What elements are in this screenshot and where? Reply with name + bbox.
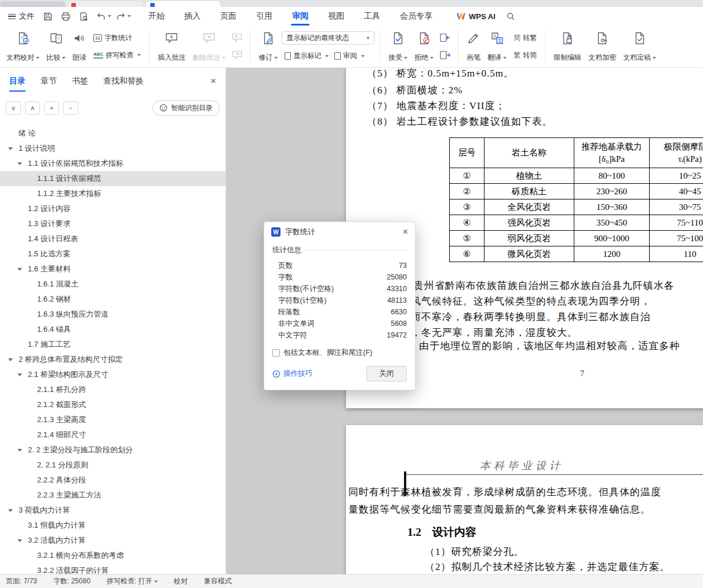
toc-item[interactable]: 2. 2.1 分段原则 xyxy=(0,458,225,473)
toc-item[interactable]: 1.5 比选方案 xyxy=(0,246,225,262)
tab-tools[interactable]: 工具 xyxy=(364,11,380,21)
toc-item[interactable]: 1.3 设计要求 xyxy=(0,216,225,231)
sidebar-tab-chapters[interactable]: 章节 xyxy=(41,76,57,86)
checkbox-icon[interactable] xyxy=(272,349,280,357)
toc-item[interactable]: 1.4 设计日程表 xyxy=(0,231,225,246)
sidebar-tab-contents[interactable]: 目录 xyxy=(9,76,26,86)
sidebar-close-icon[interactable]: × xyxy=(210,75,216,87)
track-changes-button[interactable]: 修订 xyxy=(256,28,281,65)
search-button[interactable] xyxy=(506,12,515,21)
toc-item[interactable]: 3.2 活载内力计算 xyxy=(0,533,225,548)
tab-view[interactable]: 视图 xyxy=(328,11,344,21)
document-page-8[interactable]: 本科毕业设计 同时有利于森林植被发育，形成绿树成荫的生态环境。但具体的温度 量数… xyxy=(346,425,703,574)
toc-item[interactable]: 2.2.3 主梁施工方法 xyxy=(0,488,225,503)
expand-arrow-icon[interactable] xyxy=(17,162,22,165)
toc-item[interactable]: 2.1.3 主梁高度 xyxy=(0,412,225,427)
tab-reference[interactable]: 引用 xyxy=(256,11,272,21)
expand-arrow-icon[interactable] xyxy=(8,509,13,512)
markup-state-dropdown[interactable]: 显示标记的最终状态 xyxy=(282,31,374,45)
toc-item[interactable]: 2.1.1 桥孔分跨 xyxy=(0,382,225,397)
doc-check-button[interactable]: 文档校对 xyxy=(3,28,42,65)
undo-button[interactable] xyxy=(96,12,111,21)
dialog-close-icon[interactable]: × xyxy=(403,227,408,237)
toc-item[interactable]: 1.6.4 锚具 xyxy=(0,322,225,337)
status-word-count[interactable]: 字数: 25080 xyxy=(53,576,90,586)
zoom-out-button[interactable]: − xyxy=(63,101,78,115)
tab-home[interactable]: 开始 xyxy=(148,11,165,21)
include-textbox-checkbox-row[interactable]: 包括文本框、脚注和尾注(F) xyxy=(272,348,407,358)
close-dialog-button[interactable]: 关闭 xyxy=(366,366,407,382)
toc-item[interactable]: 1.1 设计依据规范和技术指标 xyxy=(0,156,225,171)
expand-arrow-icon[interactable] xyxy=(17,268,22,271)
next-comment-button[interactable] xyxy=(230,49,245,61)
toc-item[interactable]: 3.2.1 横向分布系数的考虑 xyxy=(0,548,225,563)
save-button[interactable] xyxy=(40,9,56,23)
toc-item[interactable]: 1.7 施工工艺 xyxy=(0,337,225,352)
toc-item[interactable]: 2 桥跨总体布置及结构尺寸拟定 xyxy=(0,352,225,367)
toc-item[interactable]: 3 荷载内力计算 xyxy=(0,503,225,518)
insert-comment-button[interactable]: 插入批注 xyxy=(155,28,188,65)
dialog-titlebar[interactable]: W 字数统计 × xyxy=(264,222,415,242)
expand-arrow-icon[interactable] xyxy=(17,449,22,452)
toc-item[interactable]: 2. 2 主梁分段与施工阶段的划分 xyxy=(0,442,225,458)
toc-item[interactable]: 1.6.1 混凝土 xyxy=(0,277,225,292)
print-button[interactable] xyxy=(58,9,74,23)
expand-arrow-icon[interactable] xyxy=(8,358,13,361)
toc-item[interactable]: 绪 论 xyxy=(0,126,225,141)
toc-item[interactable]: 1.1.2 主要技术指标 xyxy=(0,186,225,201)
toc-item[interactable]: 3.2.2 活载因子的计算 xyxy=(0,563,225,574)
previous-change-button[interactable] xyxy=(438,31,453,44)
accept-button[interactable]: 接受 xyxy=(385,28,410,65)
expand-arrow-icon[interactable] xyxy=(8,147,13,150)
next-change-button[interactable] xyxy=(438,49,453,61)
wps-ai-button[interactable]: WPS AI xyxy=(457,12,496,21)
delete-comment-button[interactable]: 删除批注 xyxy=(190,28,228,65)
tab-page[interactable]: 页面 xyxy=(220,11,236,21)
spell-check-button[interactable]: ABC 拼写检查 xyxy=(90,49,144,62)
toc-item[interactable]: 2.1 桥梁结构图示及尺寸 xyxy=(0,367,225,382)
sidebar-tab-find-replace[interactable]: 查找和替换 xyxy=(103,76,144,86)
expand-arrow-icon[interactable] xyxy=(17,539,22,542)
simplified-to-traditional-button[interactable]: 简 转繁 xyxy=(511,31,540,45)
toc-item[interactable]: 2.2.2 具体分段 xyxy=(0,473,225,488)
sidebar-tab-bookmarks[interactable]: 书签 xyxy=(72,76,88,86)
reject-button[interactable]: 拒绝 xyxy=(411,28,436,65)
tab-review[interactable]: 审阅 xyxy=(292,11,308,21)
smart-toc-button[interactable]: 智能识别目录 xyxy=(152,100,220,116)
read-aloud-button[interactable]: 朗读 xyxy=(70,28,89,65)
toc-item[interactable]: 1.1.1 设计依据规范 xyxy=(0,171,225,186)
show-markup-button[interactable]: 显示标记 xyxy=(282,49,332,63)
encrypt-button[interactable]: 文档加密 xyxy=(585,28,619,65)
toc-item[interactable]: 1 设计说明 xyxy=(0,141,225,156)
collapse-all-button[interactable]: ∨ xyxy=(6,101,21,115)
toc-item[interactable]: 3.1 恒载内力计算 xyxy=(0,518,225,533)
toc-item[interactable]: 2.1.4 细部尺寸 xyxy=(0,427,225,442)
expand-all-button[interactable]: ∧ xyxy=(25,101,40,115)
previous-comment-button[interactable] xyxy=(230,31,245,44)
tab-member[interactable]: 会员专享 xyxy=(400,11,432,21)
tab-insert[interactable]: 插入 xyxy=(184,11,201,21)
word-count-button[interactable]: 12 字数统计 xyxy=(90,31,144,45)
compare-button[interactable]: 比较 xyxy=(43,28,68,65)
toc-item[interactable]: 1.6.3 纵向预应力管道 xyxy=(0,307,225,322)
pen-button[interactable]: 画笔 xyxy=(464,28,483,65)
traditional-to-simplified-button[interactable]: 繁 转简 xyxy=(511,49,540,62)
status-proofread[interactable]: 校对 xyxy=(174,576,188,586)
status-spell-check[interactable]: 拼写检查: 打开 xyxy=(107,576,158,586)
toc-item[interactable]: 1.6.2 钢材 xyxy=(0,292,225,307)
review-pane-button[interactable]: 审阅 xyxy=(332,49,367,63)
tips-link[interactable]: 操作技巧 xyxy=(272,369,312,379)
toc-item[interactable]: 1.2 设计内容 xyxy=(0,201,225,216)
restrict-editing-button[interactable]: 限制编辑 xyxy=(551,28,584,65)
file-menu-button[interactable]: 文件 xyxy=(5,11,38,21)
toc-item[interactable]: 2.1.2 截面形式 xyxy=(0,397,225,412)
toc-item[interactable]: 1.6 主要材料 xyxy=(0,262,225,277)
zoom-in-button[interactable]: + xyxy=(44,101,59,115)
status-page-indicator[interactable]: 页面: 7/73 xyxy=(6,576,37,586)
status-compatibility-mode[interactable]: 兼容模式 xyxy=(204,576,232,586)
expand-arrow-icon[interactable] xyxy=(17,373,22,376)
print-preview-button[interactable] xyxy=(76,9,92,23)
translate-button[interactable]: A文 翻译 xyxy=(485,28,509,65)
finalize-button[interactable]: 文档定稿 xyxy=(620,28,659,65)
redo-button[interactable] xyxy=(116,12,131,21)
